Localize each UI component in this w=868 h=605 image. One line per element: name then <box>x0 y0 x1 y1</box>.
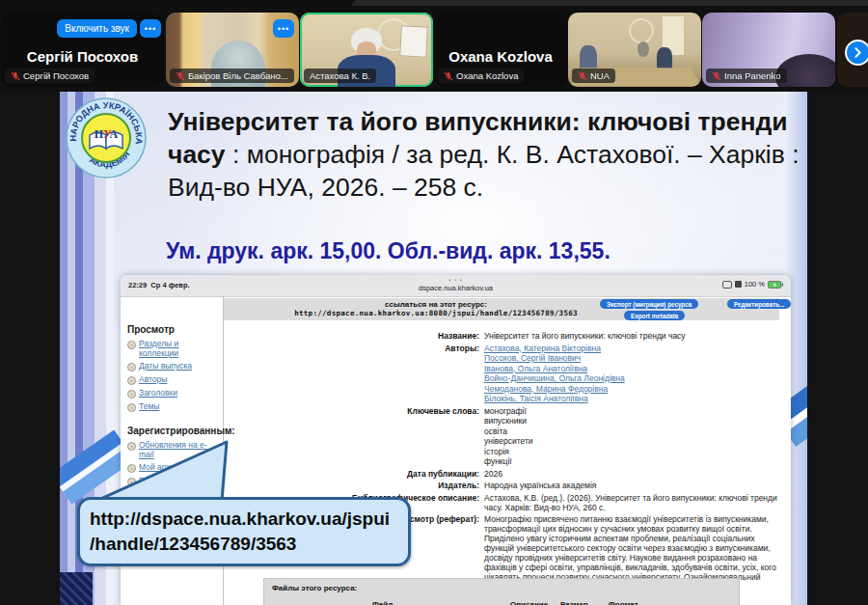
metadata-row: Ключевые слова:монографіївипускникиосвіт… <box>224 406 781 467</box>
metadata-value: 2026 <box>484 469 781 480</box>
metadata-row: Название:Університет та його випускники:… <box>224 331 781 342</box>
sidebar-link-label[interactable]: Редактировать профиль <box>139 477 220 495</box>
sidebar-link-label[interactable]: Темы <box>139 402 159 412</box>
mic-muted-icon <box>712 71 721 81</box>
participants-strip: Включить звук ••• Сергій Посохов Сергій … <box>0 0 868 92</box>
metadata-link[interactable]: Посохов, Сергій Іванович <box>484 353 781 363</box>
participant-name: NUA <box>590 70 610 81</box>
metadata-text: монографії <box>484 406 781 416</box>
metadata-row: Издатель:Народна українська академія <box>224 481 781 491</box>
video-tile-astakhova-active-speaker[interactable]: Астахова К. В. <box>300 13 433 87</box>
sidebar-link[interactable]: ›Авторы <box>127 375 220 385</box>
participant-name-badge: NUA <box>572 69 615 83</box>
link-bullet-icon: › <box>127 390 136 399</box>
citation-url: http://dspace.nua.kharkov.ua:8080/jspui/… <box>224 309 648 317</box>
participant-big-name: Сергій Посохов <box>1 48 164 65</box>
sidebar-link[interactable]: ›Даты выпуска <box>127 362 220 371</box>
tile-more-button[interactable]: ••• <box>273 19 294 38</box>
metadata-label: Ключевые слова: <box>224 406 484 467</box>
participant-name-badge: Oxana Kozlova <box>438 69 524 83</box>
metadata-text: історія <box>484 447 781 456</box>
link-bullet-icon: › <box>127 376 136 385</box>
sidebar-link-label[interactable]: Даты выпуска <box>139 362 192 371</box>
mic-muted-icon <box>444 71 453 81</box>
metadata-text: функції <box>484 456 781 466</box>
tab-dots: • • • <box>121 277 791 283</box>
status-icons: 100 % <box>722 280 783 289</box>
video-tile-oxana-kozlova[interactable]: Oxana Kozlova Oxana Kozlova <box>434 13 567 87</box>
files-heading: Файлы этого ресурса: <box>272 584 357 592</box>
sidebar-link[interactable]: ›Мой архив ресурсов <box>127 463 220 473</box>
print-sheets-info: Ум. друк. арк. 15,00. Обл.-вид. арк. 13,… <box>166 238 798 264</box>
video-tile-serhii-posokhov[interactable]: Включить звук ••• Сергій Посохов Сергій … <box>1 13 164 87</box>
metadata-value: Астахова, Катерина ВікторівнаПосохов, Се… <box>484 344 781 404</box>
sidebar-link-label[interactable]: Авторы <box>139 375 167 385</box>
metadata-label: Издатель: <box>224 481 484 491</box>
sidebar-link-label[interactable]: Заголовки <box>139 389 177 399</box>
participant-name-badge: Астахова К. В. <box>304 69 376 83</box>
slide-decoration <box>60 572 93 605</box>
participant-video <box>580 45 597 70</box>
files-column-header: Размер <box>560 600 588 605</box>
next-participants-button[interactable] <box>845 40 868 66</box>
edit-button[interactable]: Редактировать... <box>727 299 791 309</box>
video-tile-nua[interactable]: NUA <box>568 13 701 87</box>
sidebar-link-label[interactable]: Мой архив ресурсов <box>139 463 216 473</box>
link-bullet-icon: › <box>127 363 136 371</box>
metadata-link[interactable]: Чемоданова, Марина Федорівна <box>484 384 781 394</box>
participant-name-badge: Сергій Посохов <box>5 69 95 83</box>
participant-name: Бакіров Віль Савбано... <box>188 70 288 81</box>
files-panel: Файлы этого ресурса: ФайлОписаниеРазмерФ… <box>263 578 740 605</box>
callout-line-1: http://dspace.nua.kharkov.ua/jspui <box>90 507 398 532</box>
nua-academy-logo: НАРОДНА УКРАЇНСЬКА АКАДЕМІЯ НУА <box>66 97 147 179</box>
address-bar[interactable]: dspace.nua.kharkov.ua <box>121 284 791 292</box>
sidebar-link[interactable]: ›Обновления на e-mail <box>127 441 220 459</box>
metadata-text: Університет та його випускники: ключові … <box>484 331 781 341</box>
metadata-link[interactable]: Іванова, Ольга Анатоліївна <box>484 364 781 373</box>
metadata-text: випускники <box>484 416 781 426</box>
mic-muted-icon <box>11 71 20 81</box>
privacy-icon <box>722 281 732 289</box>
metadata-text: Астахова, К.В. (ред.). (2026). Університ… <box>484 493 781 512</box>
sidebar-link[interactable]: ›Разделы и коллекции <box>127 340 220 358</box>
chevron-right-icon <box>852 46 864 59</box>
metadata-link[interactable]: Білокінь, Таісія Анатоліївна <box>484 394 781 403</box>
shared-screen-slide: НАРОДНА УКРАЇНСЬКА АКАДЕМІЯ НУА Універси… <box>60 92 807 605</box>
sidebar-link[interactable]: ›Редактировать профиль <box>127 477 220 495</box>
mic-muted-icon <box>176 71 185 81</box>
slide-title: Університет та його випускники: ключові … <box>168 105 800 204</box>
metadata-text: університети <box>484 436 781 446</box>
screen-icon <box>735 281 742 288</box>
sidebar-link[interactable]: ›Темы <box>127 402 220 412</box>
participant-name-badge: Бакіров Віль Савбано... <box>170 69 294 83</box>
tile-more-button[interactable]: ••• <box>140 19 161 38</box>
callout-line-2: /handle/123456789/3563 <box>90 532 398 557</box>
metadata-label: Дата публикации: <box>224 469 484 480</box>
metadata-text: освіта <box>484 426 781 436</box>
video-tile-bakirov[interactable]: ••• Бакіров Віль Савбано... <box>166 13 299 87</box>
participant-name-badge: Inna Panenko <box>706 69 787 83</box>
metadata-link[interactable]: Астахова, Катерина Вікторівна <box>484 344 781 353</box>
participant-video <box>629 18 654 43</box>
battery-percent: 100 % <box>745 280 765 289</box>
files-column-header: Формат <box>609 600 638 605</box>
export-metadata-button[interactable]: Export metadata <box>624 311 685 320</box>
metadata-label: Название: <box>224 331 484 342</box>
metadata-text: 2026 <box>484 469 781 479</box>
link-bullet-icon: › <box>127 403 136 412</box>
sidebar-link-label[interactable]: Разделы и коллекции <box>139 340 220 358</box>
metadata-link[interactable]: Войно-Данчишина, Ольга Леонідівна <box>484 373 781 383</box>
participant-video <box>399 25 428 57</box>
metadata-text: Народна українська академія <box>484 481 781 490</box>
citation-label: ссылаться на этот ресурс: <box>224 300 648 309</box>
link-bullet-icon: › <box>127 478 136 486</box>
participant-big-name: Oxana Kozlova <box>434 48 567 65</box>
sidebar-link[interactable]: ›Заголовки <box>127 389 220 399</box>
video-tile-inna-panenko[interactable]: Inna Panenko <box>702 13 835 87</box>
link-bullet-icon: › <box>127 341 136 349</box>
unmute-button[interactable]: Включить звук <box>57 19 137 38</box>
export-migration-button[interactable]: Экспорт (миграция) ресурса <box>600 299 698 309</box>
sidebar-browse-links: ›Разделы и коллекции›Даты выпуска›Авторы… <box>127 340 220 412</box>
participant-name: Oxana Kozlova <box>456 70 518 81</box>
sidebar-link-label[interactable]: Обновления на e-mail <box>139 441 220 459</box>
